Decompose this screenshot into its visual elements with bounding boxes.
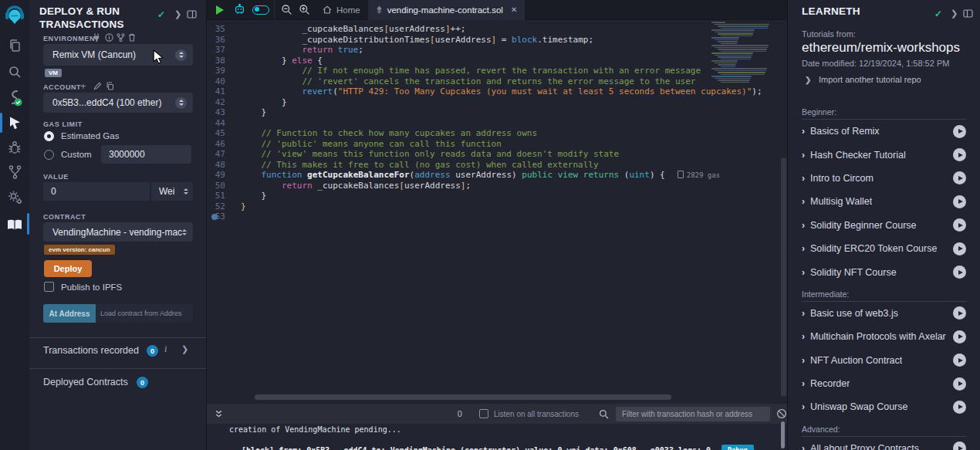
play-tutorial-button[interactable] <box>953 354 966 367</box>
tab-file-active[interactable]: vending-machine-contract.sol ✕ <box>368 0 525 20</box>
terminal-filter-input[interactable] <box>616 407 770 421</box>
listen-transactions-checkbox[interactable] <box>479 409 488 418</box>
line-number[interactable]: 45 <box>207 128 241 139</box>
account-select[interactable]: 0x5B3...eddC4 (100 ether) <box>43 93 193 113</box>
horizontal-scrollbar[interactable] <box>255 394 671 400</box>
tutorial-item[interactable]: ›Solidity ERC20 Token Course <box>802 237 966 260</box>
zoom-out-icon[interactable] <box>281 4 292 15</box>
tutorial-item[interactable]: ›Recorder <box>802 372 966 395</box>
tutorial-item[interactable]: ›Solidity Beginner Course <box>802 214 966 237</box>
tutorial-item[interactable]: ›Uniswap Swap Course <box>802 395 966 418</box>
play-tutorial-button[interactable] <box>953 401 966 414</box>
terminal-transaction-row[interactable]: [block] from: 0x5B3...eddC4 to: VendingM… <box>242 445 754 450</box>
tutorial-item[interactable]: ›Basics of Remix <box>802 120 966 143</box>
tab-home[interactable]: Home <box>315 0 368 20</box>
at-address-input[interactable] <box>96 304 193 323</box>
tutorial-item[interactable]: ›Multichain Protocols with Axelar <box>802 325 966 348</box>
file-explorer-icon[interactable] <box>0 32 29 59</box>
value-input[interactable] <box>43 182 150 201</box>
learneth-book-icon[interactable] <box>0 211 29 238</box>
line-number[interactable]: 35 <box>207 24 241 35</box>
collapse-terminal-icon[interactable] <box>215 410 223 418</box>
plug-icon[interactable] <box>93 33 100 42</box>
remix-logo-icon[interactable] <box>0 2 29 29</box>
play-tutorial-button[interactable] <box>953 377 966 391</box>
run-script-play-icon[interactable] <box>216 5 224 15</box>
search-icon[interactable] <box>0 59 29 85</box>
line-number[interactable]: 49 <box>207 170 241 181</box>
deploy-run-icon[interactable] <box>0 110 29 136</box>
tutorial-item[interactable]: ›Hash Checker Tutorial <box>802 143 966 166</box>
line-number[interactable]: 36 <box>207 35 241 46</box>
zoom-in-icon[interactable] <box>299 4 310 15</box>
line-number[interactable]: 48 <box>207 160 241 171</box>
panel-expand-icon[interactable]: ❯ <box>174 9 181 19</box>
line-number[interactable]: 43 <box>207 107 241 118</box>
ai-copilot-robot-icon[interactable] <box>234 4 245 15</box>
line-number[interactable]: 50 <box>207 181 241 191</box>
line-number[interactable]: 51 <box>207 191 241 201</box>
transactions-expand-icon[interactable]: ❯ <box>181 344 188 354</box>
fork-state-icon[interactable] <box>117 33 125 42</box>
tutorial-item[interactable]: ›Intro to Circom <box>802 167 966 190</box>
breakpoint-dot[interactable] <box>211 214 218 220</box>
clear-console-ban-icon[interactable] <box>776 408 787 419</box>
play-tutorial-button[interactable] <box>953 266 966 279</box>
pin-panel-icon[interactable] <box>187 10 197 19</box>
add-account-plus-icon[interactable]: + <box>80 80 86 92</box>
estimated-gas-radio[interactable] <box>44 131 54 141</box>
line-number[interactable]: 44 <box>207 118 241 129</box>
tutorial-item[interactable]: ›Multisig Wallet <box>802 190 966 213</box>
sign-message-pencil-icon[interactable] <box>93 82 102 90</box>
settings-icon[interactable] <box>0 184 29 210</box>
line-number[interactable]: 39 <box>207 66 241 76</box>
line-number[interactable]: 46 <box>207 139 241 150</box>
play-tutorial-button[interactable] <box>953 195 966 208</box>
play-tutorial-button[interactable] <box>953 218 966 232</box>
solidity-compiler-icon[interactable] <box>0 85 29 111</box>
play-tutorial-button[interactable] <box>953 125 966 138</box>
play-tutorial-button[interactable] <box>953 242 966 255</box>
delete-state-trash-icon[interactable] <box>128 33 136 42</box>
line-number[interactable]: 47 <box>207 149 241 160</box>
at-address-button[interactable]: At Address <box>43 304 96 323</box>
close-tab-icon[interactable]: ✕ <box>511 5 517 14</box>
deploy-button[interactable]: Deploy <box>44 260 92 277</box>
tutorial-item[interactable]: ›Basic use of web3.js <box>802 302 966 325</box>
contract-select[interactable]: VendingMachine - vending-machin <box>43 222 193 242</box>
debug-button[interactable]: Debug <box>721 445 754 450</box>
debugger-icon[interactable] <box>0 134 29 161</box>
publish-ipfs-checkbox[interactable] <box>44 282 54 292</box>
environment-info-icon[interactable] <box>105 33 113 42</box>
environment-select[interactable]: Remix VM (Cancun) <box>43 44 193 66</box>
play-tutorial-button[interactable] <box>953 442 966 450</box>
line-number[interactable]: 40 <box>207 76 241 87</box>
code-editor[interactable]: 35 _cupcakeBalances[userAddress]++;36 _c… <box>207 20 787 404</box>
terminal-scrollbar[interactable] <box>781 421 785 448</box>
import-tutorial-label[interactable]: Import another tutorial repo <box>819 75 921 84</box>
play-tutorial-button[interactable] <box>953 148 966 161</box>
tutorial-item[interactable]: ›NFT Auction Contract <box>802 349 966 372</box>
line-number[interactable]: 41 <box>207 86 241 97</box>
play-tutorial-button[interactable] <box>953 330 966 343</box>
line-number[interactable]: 37 <box>207 45 241 56</box>
line-number[interactable]: 42 <box>207 97 241 108</box>
line-number[interactable]: 38 <box>207 56 241 66</box>
tutorial-item[interactable]: ›All about Proxy Contracts <box>802 437 966 450</box>
git-icon[interactable] <box>0 159 29 185</box>
copilot-toggle[interactable] <box>252 5 269 15</box>
line-number[interactable]: 52 <box>207 201 241 212</box>
custom-gas-radio[interactable] <box>44 150 54 160</box>
copy-account-icon[interactable] <box>106 82 114 90</box>
editor-vertical-scrollbar[interactable] <box>781 158 786 396</box>
terminal-search-icon[interactable] <box>599 409 609 419</box>
custom-gas-input[interactable] <box>101 145 191 164</box>
tutorial-item[interactable]: ›Solidity NFT Course <box>802 260 966 283</box>
chevron-right-icon[interactable]: ❯ <box>805 76 811 84</box>
pin-panel-icon[interactable] <box>963 9 973 18</box>
value-unit-select[interactable]: Wei <box>150 182 193 201</box>
minimap[interactable] <box>710 22 776 86</box>
play-tutorial-button[interactable] <box>953 171 966 184</box>
transactions-info-icon[interactable]: i <box>164 343 167 355</box>
play-tutorial-button[interactable] <box>953 306 966 320</box>
